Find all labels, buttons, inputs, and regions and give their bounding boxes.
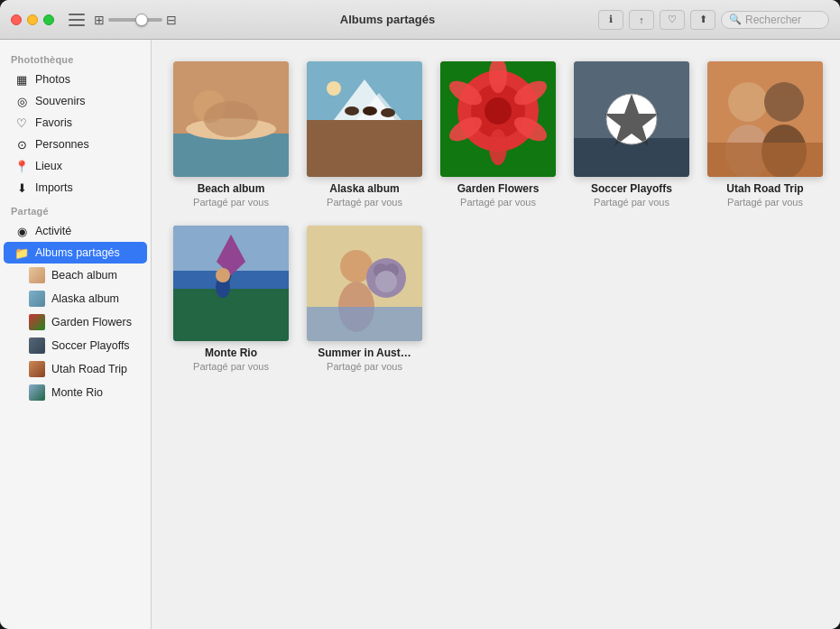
album-garden[interactable]: Garden Flowers Partagé par vous <box>440 61 556 208</box>
beach-album-subtitle: Partagé par vous <box>193 197 269 208</box>
search-field[interactable]: 🔍 Rechercher <box>721 11 829 29</box>
sidebar-item-lieux[interactable]: 📍 Lieux <box>4 155 147 177</box>
garden-album-name: Garden Flowers <box>457 182 540 195</box>
svg-point-48 <box>375 271 397 292</box>
grid-large-icon: ⊟ <box>166 13 177 27</box>
summer-album-name: Summer in Aust… <box>318 347 411 359</box>
svg-point-20 <box>489 129 507 165</box>
zoom-slider[interactable]: ⊞ ⊟ <box>94 13 177 27</box>
svg-point-30 <box>764 82 804 122</box>
utah-thumb <box>29 361 45 377</box>
close-button[interactable] <box>11 14 22 25</box>
favoris-icon: ♡ <box>14 116 29 130</box>
album-alaska[interactable]: Alaska album Partagé par vous <box>307 61 422 208</box>
album-utah[interactable]: Utah Road Trip Partagé par vous <box>707 61 823 208</box>
garden-album-subtitle: Partagé par vous <box>460 197 536 208</box>
heart-button[interactable]: ♡ <box>660 10 685 30</box>
imports-icon: ⬇ <box>14 180 29 195</box>
garden-album-thumb <box>440 61 556 177</box>
album-beach[interactable]: Beach album Partagé par vous <box>173 61 289 208</box>
share-icon: ↑ <box>639 14 644 25</box>
slider-track[interactable] <box>108 18 162 22</box>
content-area: Beach album Partagé par vous <box>152 40 840 629</box>
toolbar-right: ℹ ↑ ♡ ⬆ 🔍 Rechercher <box>598 10 829 30</box>
upload-button[interactable]: ⬆ <box>690 10 715 30</box>
sidebar-sub-garden[interactable]: Garden Flowers <box>4 310 147 334</box>
beach-album-name: Beach album <box>198 182 265 195</box>
share-button[interactable]: ↑ <box>629 10 654 30</box>
sidebar-item-photos[interactable]: ▦ Photos <box>4 69 147 90</box>
search-placeholder: Rechercher <box>745 14 801 26</box>
sidebar-item-activite[interactable]: ◉ Activité <box>4 220 147 242</box>
summer-album-subtitle: Partagé par vous <box>327 361 402 372</box>
sidebar-item-imports[interactable]: ⬇ Imports <box>4 177 147 199</box>
personnes-icon: ⊙ <box>14 137 29 152</box>
summer-album-thumb <box>307 226 422 341</box>
sidebar-item-photos-label: Photos <box>35 73 70 86</box>
lieux-icon: 📍 <box>14 159 29 173</box>
info-icon: ℹ <box>609 14 613 25</box>
toggle-line1 <box>69 14 85 15</box>
sidebar-item-personnes-label: Personnes <box>35 138 89 151</box>
app-window: ⊞ ⊟ Albums partagés ℹ ↑ ♡ ⬆ <box>0 0 840 629</box>
svg-point-41 <box>216 268 230 282</box>
library-section-header: Photothèque <box>0 47 151 69</box>
svg-rect-49 <box>307 307 422 341</box>
utah-album-thumb <box>707 61 823 177</box>
alaska-album-name: Alaska album <box>329 182 399 195</box>
slider-thumb[interactable] <box>135 14 148 26</box>
beach-thumb <box>29 267 45 283</box>
album-monterio[interactable]: Monte Rio Partagé par vous <box>173 226 289 372</box>
sidebar-item-souvenirs[interactable]: ◎ Souvenirs <box>4 90 147 112</box>
garden-thumb <box>29 314 45 330</box>
sidebar-sub-soccer[interactable]: Soccer Playoffs <box>4 334 147 357</box>
sidebar: Photothèque ▦ Photos ◎ Souvenirs ♡ Favor… <box>0 40 152 629</box>
monterio-thumb <box>29 384 45 401</box>
svg-rect-6 <box>307 120 422 177</box>
alaska-thumb <box>29 291 45 307</box>
sidebar-item-favoris-label: Favoris <box>35 116 72 129</box>
info-button[interactable]: ℹ <box>598 10 623 30</box>
toolbar-left: ⊞ ⊟ <box>69 13 177 27</box>
utah-album-name: Utah Road Trip <box>726 182 803 195</box>
maximize-button[interactable] <box>43 14 54 25</box>
svg-point-11 <box>363 106 377 116</box>
sidebar-sub-soccer-label: Soccer Playoffs <box>51 339 130 352</box>
album-summer[interactable]: Summer in Aust… Partagé par vous <box>307 226 422 372</box>
sidebar-sub-garden-label: Garden Flowers <box>51 316 132 328</box>
utah-album-subtitle: Partagé par vous <box>727 197 803 208</box>
sidebar-sub-beach-label: Beach album <box>51 269 117 282</box>
minimize-button[interactable] <box>27 14 38 25</box>
monterio-album-name: Monte Rio <box>205 347 257 359</box>
svg-point-12 <box>381 108 395 117</box>
soccer-thumb <box>29 338 45 354</box>
activite-icon: ◉ <box>14 224 29 238</box>
sidebar-item-personnes[interactable]: ⊙ Personnes <box>4 134 147 155</box>
sidebar-toggle-button[interactable] <box>69 14 85 26</box>
sidebar-sub-utah-label: Utah Road Trip <box>51 363 127 375</box>
sidebar-item-albums-partages[interactable]: 📁 Albums partagés <box>4 242 147 264</box>
soccer-album-thumb <box>574 61 689 177</box>
sidebar-sub-alaska[interactable]: Alaska album <box>4 287 147 310</box>
svg-point-9 <box>327 81 341 96</box>
photos-icon: ▦ <box>14 72 29 87</box>
heart-icon: ♡ <box>668 14 677 25</box>
sidebar-item-favoris[interactable]: ♡ Favoris <box>4 112 147 134</box>
upload-icon: ⬆ <box>699 14 707 25</box>
toolbar-center: Albums partagés <box>184 13 591 26</box>
sidebar-item-souvenirs-label: Souvenirs <box>35 95 86 107</box>
album-soccer[interactable]: Soccer Playoffs Partagé par vous <box>574 61 689 208</box>
sidebar-sub-monterio[interactable]: Monte Rio <box>4 381 147 404</box>
soccer-album-name: Soccer Playoffs <box>591 182 672 195</box>
beach-album-thumb <box>173 61 289 177</box>
shared-section-header: Partagé <box>0 199 151 220</box>
sidebar-item-albums-partages-label: Albums partagés <box>35 246 120 259</box>
svg-point-10 <box>345 106 359 116</box>
monterio-album-subtitle: Partagé par vous <box>193 361 269 372</box>
alaska-album-subtitle: Partagé par vous <box>327 197 402 208</box>
sidebar-sub-beach[interactable]: Beach album <box>4 264 147 287</box>
sidebar-sub-alaska-label: Alaska album <box>51 292 119 305</box>
sidebar-sub-utah[interactable]: Utah Road Trip <box>4 357 147 381</box>
svg-point-16 <box>485 97 512 125</box>
toggle-line3 <box>69 24 85 26</box>
